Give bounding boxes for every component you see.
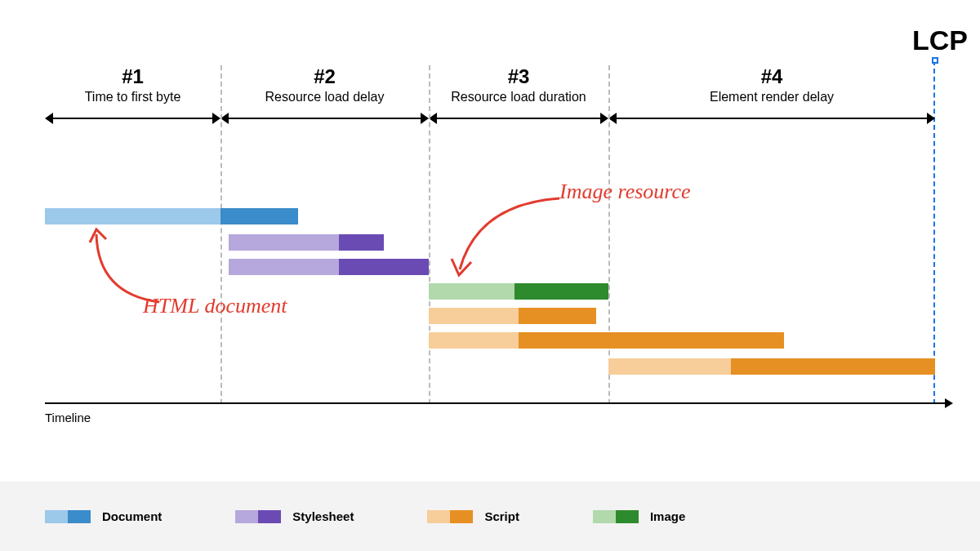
resource-bar [229, 259, 429, 275]
bar-segment [339, 234, 384, 251]
axis-label: Timeline [45, 411, 91, 424]
bar-segment [608, 358, 731, 375]
lcp-timeline-diagram: LCP #1Time to first byte#2Resource load … [45, 24, 951, 433]
annotation-arrow-image [445, 192, 568, 282]
phase-range-arrow [220, 113, 429, 124]
resource-bar [608, 358, 935, 375]
phase-number: #3 [429, 65, 608, 88]
bar-segment [45, 208, 220, 224]
bar-segment [220, 208, 298, 224]
phase-title: Resource load delay [220, 90, 429, 104]
legend-item: Image [593, 509, 685, 523]
legend-swatch [593, 510, 639, 523]
bar-segment [519, 308, 596, 324]
phase-range-arrow [45, 113, 220, 124]
bar-segment [519, 332, 784, 349]
bar-segment [229, 234, 339, 251]
phase-divider [220, 65, 222, 404]
phase-header-3: #3Resource load duration [429, 65, 608, 124]
legend-item: Stylesheet [235, 509, 354, 523]
bar-segment [429, 283, 514, 300]
legend-label: Script [484, 509, 519, 523]
legend-swatch [427, 510, 473, 523]
phase-divider [608, 65, 610, 404]
bar-segment [731, 358, 935, 375]
bar-segment [229, 259, 339, 275]
bar-segment [339, 259, 429, 275]
annotation-html-document: HTML document [143, 294, 287, 318]
resource-bar [229, 234, 384, 251]
phase-header-4: #4Element render delay [608, 65, 935, 124]
resource-bar [429, 283, 608, 300]
legend: DocumentStylesheetScriptImage [0, 482, 980, 551]
phase-title: Element render delay [608, 90, 935, 104]
phase-number: #2 [220, 65, 429, 88]
legend-item: Script [427, 509, 519, 523]
annotation-image-resource: Image resource [559, 180, 691, 204]
bar-segment [429, 308, 519, 324]
phase-title: Time to first byte [45, 90, 220, 104]
phase-number: #4 [608, 65, 935, 88]
phase-header-1: #1Time to first byte [45, 65, 220, 124]
phase-title: Resource load duration [429, 90, 608, 104]
phase-number: #1 [45, 65, 220, 88]
phase-divider [429, 65, 430, 404]
legend-label: Stylesheet [292, 509, 354, 523]
resource-bar [45, 208, 298, 224]
bar-segment [514, 283, 608, 300]
bar-segment [429, 332, 519, 349]
legend-label: Image [650, 509, 685, 523]
legend-swatch [45, 510, 91, 523]
phase-range-arrow [429, 113, 608, 124]
phase-header-2: #2Resource load delay [220, 65, 429, 124]
lcp-marker-point [932, 57, 938, 64]
lcp-label: LCP [912, 24, 968, 56]
timeline-axis [45, 402, 951, 404]
phase-range-arrow [608, 113, 935, 124]
legend-item: Document [45, 509, 162, 523]
legend-label: Document [102, 509, 162, 523]
resource-bar [429, 332, 784, 349]
legend-swatch [235, 510, 281, 523]
resource-bar [429, 308, 596, 324]
